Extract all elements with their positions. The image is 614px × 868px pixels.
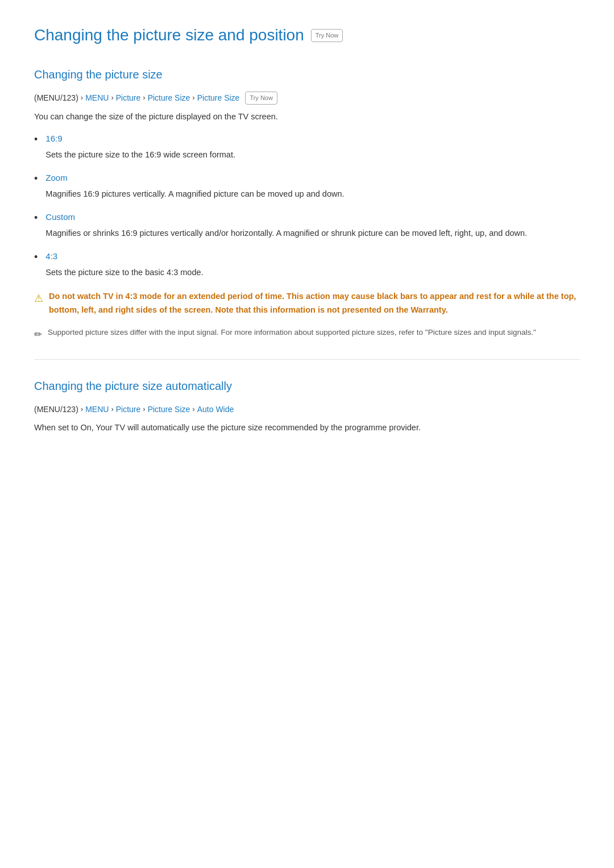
note-icon: ✏: [34, 327, 42, 342]
bullet-list: • 16:9 Sets the picture size to the 16:9…: [34, 132, 580, 280]
note-text: Supported picture sizes differ with the …: [48, 326, 536, 339]
bullet-dot: •: [34, 250, 38, 265]
bullet-dot: •: [34, 171, 38, 186]
page-title-text: Changing the picture size and position: [34, 23, 304, 48]
try-now-badge[interactable]: Try Now: [311, 29, 343, 43]
breadcrumb-try-now-badge[interactable]: Try Now: [245, 92, 277, 105]
warning-box: ⚠ Do not watch TV in 4:3 mode for an ext…: [34, 290, 580, 317]
bullet-term-43: 4:3: [45, 250, 580, 263]
bullet-desc-zoom: Magnifies 16:9 pictures vertically. A ma…: [45, 189, 344, 198]
bullet-desc-43: Sets the picture size to the basic 4:3 m…: [45, 268, 203, 277]
section1-title: Changing the picture size: [34, 65, 580, 84]
bullet-term-169: 16:9: [45, 132, 580, 146]
section1-breadcrumb: (MENU/123) › MENU › Picture › Picture Si…: [34, 92, 580, 105]
bullet-content-zoom: Zoom Magnifies 16:9 pictures vertically.…: [45, 171, 580, 201]
list-item: • Zoom Magnifies 16:9 pictures verticall…: [34, 171, 580, 201]
warning-icon: ⚠: [34, 290, 43, 307]
bullet-dot: •: [34, 210, 38, 226]
bullet-content-43: 4:3 Sets the picture size to the basic 4…: [45, 250, 580, 280]
section2-body: When set to On, Your TV will automatical…: [34, 421, 580, 435]
bullet-term-zoom: Zoom: [45, 171, 580, 185]
list-item: • 16:9 Sets the picture size to the 16:9…: [34, 132, 580, 162]
bullet-dot: •: [34, 132, 38, 147]
section-picture-size: Changing the picture size (MENU/123) › M…: [34, 65, 580, 342]
section-divider: [34, 359, 580, 360]
list-item: • Custom Magnifies or shrinks 16:9 pictu…: [34, 210, 580, 240]
section2-title: Changing the picture size automatically: [34, 377, 580, 395]
bullet-content-custom: Custom Magnifies or shrinks 16:9 picture…: [45, 210, 580, 240]
section2-breadcrumb: (MENU/123) › MENU › Picture › Picture Si…: [34, 403, 580, 416]
bullet-desc-custom: Magnifies or shrinks 16:9 pictures verti…: [45, 229, 527, 238]
bullet-desc-169: Sets the picture size to the 16:9 wide s…: [45, 150, 235, 159]
section1-intro: You can change the size of the picture d…: [34, 110, 580, 124]
bullet-term-custom: Custom: [45, 210, 580, 224]
bullet-content-169: 16:9 Sets the picture size to the 16:9 w…: [45, 132, 580, 162]
section-auto-wide: Changing the picture size automatically …: [34, 377, 580, 435]
page-title: Changing the picture size and position T…: [34, 23, 580, 48]
note-box: ✏ Supported picture sizes differ with th…: [34, 326, 580, 342]
warning-text: Do not watch TV in 4:3 mode for an exten…: [49, 290, 580, 317]
list-item: • 4:3 Sets the picture size to the basic…: [34, 250, 580, 280]
